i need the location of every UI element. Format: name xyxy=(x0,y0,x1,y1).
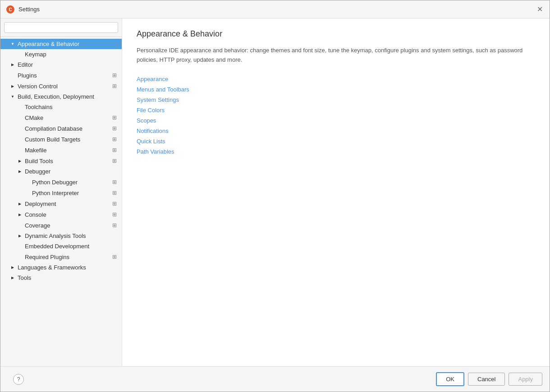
sidebar-item-label-deployment: Deployment xyxy=(25,201,56,207)
chevron-down-icon xyxy=(9,94,16,100)
content-link-system-settings[interactable]: System Settings xyxy=(137,96,535,103)
external-settings-icon xyxy=(111,82,118,90)
link-list: AppearanceMenus and ToolbarsSystem Setti… xyxy=(137,76,535,155)
main-content: Appearance & BehaviorKeymapEditorPlugins… xyxy=(0,18,550,366)
sidebar-item-editor[interactable]: Editor xyxy=(0,59,122,70)
external-settings-icon xyxy=(111,157,118,164)
chevron-right-icon xyxy=(17,158,23,164)
chevron-down-icon xyxy=(9,41,16,47)
chevron-right-icon xyxy=(17,169,23,175)
external-settings-icon xyxy=(111,211,118,218)
nav-spacer xyxy=(17,51,23,58)
chevron-right-icon xyxy=(17,201,23,207)
sidebar-item-label-toolchains: Toolchains xyxy=(25,104,52,110)
nav-spacer xyxy=(17,114,23,121)
nav-spacer xyxy=(17,136,23,142)
search-box xyxy=(0,18,122,37)
window-title: Settings xyxy=(18,6,40,13)
sidebar-item-compilation-database[interactable]: Compilation Database xyxy=(0,123,122,134)
external-settings-icon xyxy=(111,72,118,79)
nav-spacer xyxy=(17,104,23,110)
title-bar-left: C Settings xyxy=(6,5,40,14)
content-link-quick-lists[interactable]: Quick Lists xyxy=(137,138,535,145)
sidebar-item-label-plugins: Plugins xyxy=(18,72,37,79)
external-settings-icon xyxy=(111,114,118,121)
external-settings-icon xyxy=(111,189,118,196)
content-link-file-colors[interactable]: File Colors xyxy=(137,107,535,114)
sidebar-item-cmake[interactable]: CMake xyxy=(0,112,122,123)
sidebar-item-python-debugger[interactable]: Python Debugger xyxy=(0,177,122,187)
apply-button[interactable]: Apply xyxy=(509,373,542,386)
search-input[interactable] xyxy=(4,22,118,33)
sidebar-item-custom-build-targets[interactable]: Custom Build Targets xyxy=(0,134,122,145)
content-link-scopes[interactable]: Scopes xyxy=(137,117,535,124)
sidebar-item-required-plugins[interactable]: Required Plugins xyxy=(0,251,122,262)
external-settings-icon xyxy=(111,178,118,186)
sidebar-item-languages-frameworks[interactable]: Languages & Frameworks xyxy=(0,262,122,273)
sidebar-item-label-appearance-behavior: Appearance & Behavior xyxy=(18,41,79,47)
sidebar-item-label-custom-build-targets: Custom Build Targets xyxy=(25,136,80,143)
chevron-right-icon xyxy=(9,264,16,271)
nav-spacer xyxy=(24,190,30,196)
sidebar-item-label-python-debugger: Python Debugger xyxy=(32,179,78,186)
sidebar-item-label-keymap: Keymap xyxy=(25,51,46,58)
sidebar-item-keymap[interactable]: Keymap xyxy=(0,49,122,59)
chevron-right-icon xyxy=(9,62,16,68)
sidebar-item-dynamic-analysis-tools[interactable]: Dynamic Analysis Tools xyxy=(0,231,122,241)
content-link-appearance[interactable]: Appearance xyxy=(137,76,535,82)
sidebar-item-label-version-control: Version Control xyxy=(18,83,58,90)
sidebar-item-version-control[interactable]: Version Control xyxy=(0,81,122,91)
sidebar-item-plugins[interactable]: Plugins xyxy=(0,70,122,81)
chevron-right-icon xyxy=(9,275,16,281)
sidebar-item-python-interpreter[interactable]: Python Interpreter xyxy=(0,187,122,198)
external-settings-icon xyxy=(111,200,118,207)
sidebar-item-makefile[interactable]: Makefile xyxy=(0,145,122,155)
sidebar-item-build-execution-deployment[interactable]: Build, Execution, Deployment xyxy=(0,91,122,102)
sidebar-item-label-build-tools: Build Tools xyxy=(25,158,53,164)
content-link-notifications[interactable]: Notifications xyxy=(137,128,535,134)
nav-spacer xyxy=(17,125,23,132)
external-settings-icon xyxy=(111,222,118,229)
nav-spacer xyxy=(17,222,23,228)
sidebar-item-appearance-behavior[interactable]: Appearance & Behavior xyxy=(0,39,122,49)
nav-spacer xyxy=(9,72,16,78)
chevron-right-icon xyxy=(17,211,23,218)
content-link-menus-toolbars[interactable]: Menus and Toolbars xyxy=(137,86,535,93)
cancel-button[interactable]: Cancel xyxy=(468,373,505,386)
app-icon: C xyxy=(6,5,15,14)
content-panel: Appearance & Behavior Personalize IDE ap… xyxy=(122,18,550,366)
external-settings-icon xyxy=(111,146,118,154)
sidebar-item-toolchains[interactable]: Toolchains xyxy=(0,102,122,112)
nav-spacer xyxy=(17,254,23,260)
sidebar-item-debugger[interactable]: Debugger xyxy=(0,166,122,177)
chevron-right-icon xyxy=(9,83,16,89)
nav-tree: Appearance & BehaviorKeymapEditorPlugins… xyxy=(0,37,122,366)
external-settings-icon xyxy=(111,136,118,143)
ok-button[interactable]: OK xyxy=(436,372,464,386)
sidebar-item-label-embedded-development: Embedded Development xyxy=(25,243,89,250)
help-button[interactable]: ? xyxy=(13,374,24,385)
bottom-bar: ? OK Cancel Apply xyxy=(0,366,550,392)
sidebar-item-deployment[interactable]: Deployment xyxy=(0,198,122,209)
nav-spacer xyxy=(17,147,23,153)
sidebar-item-label-build-execution-deployment: Build, Execution, Deployment xyxy=(18,93,94,100)
close-button[interactable]: ✕ xyxy=(535,5,544,14)
sidebar-item-label-python-interpreter: Python Interpreter xyxy=(32,190,79,196)
settings-window: C Settings ✕ Appearance & BehaviorKeymap… xyxy=(0,0,550,392)
sidebar-item-label-dynamic-analysis-tools: Dynamic Analysis Tools xyxy=(25,232,86,239)
sidebar-item-label-compilation-database: Compilation Database xyxy=(25,125,82,132)
content-link-path-variables[interactable]: Path Variables xyxy=(137,148,535,155)
nav-spacer xyxy=(24,179,30,185)
sidebar-item-label-cmake: CMake xyxy=(25,114,43,121)
title-bar: C Settings ✕ xyxy=(0,0,550,18)
sidebar: Appearance & BehaviorKeymapEditorPlugins… xyxy=(0,18,122,366)
sidebar-item-label-required-plugins: Required Plugins xyxy=(25,254,69,260)
svg-text:C: C xyxy=(9,7,12,12)
sidebar-item-coverage[interactable]: Coverage xyxy=(0,220,122,231)
nav-spacer xyxy=(17,243,23,250)
sidebar-item-tools[interactable]: Tools xyxy=(0,273,122,283)
sidebar-item-embedded-development[interactable]: Embedded Development xyxy=(0,241,122,251)
sidebar-item-build-tools[interactable]: Build Tools xyxy=(0,155,122,166)
chevron-right-icon xyxy=(17,233,23,239)
sidebar-item-console[interactable]: Console xyxy=(0,209,122,220)
